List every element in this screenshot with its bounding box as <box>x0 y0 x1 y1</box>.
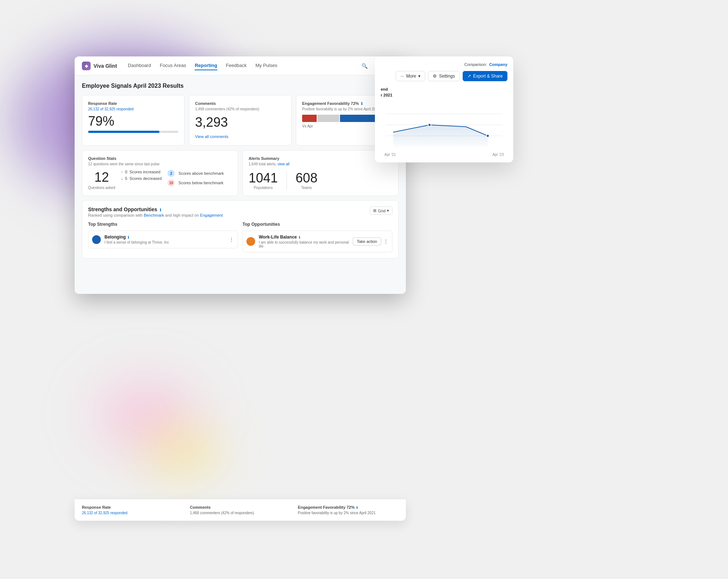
app-logo: Viva Glint <box>82 62 117 70</box>
response-rate-fill <box>88 131 159 133</box>
engagement-info-icon: ℹ <box>361 102 363 106</box>
bottom-comments-sub: 1,468 commenters (42% of responders) <box>190 511 291 515</box>
benchmark-link[interactable]: Benchmark <box>144 213 164 217</box>
belonging-more-button[interactable]: ⋮ <box>229 237 234 243</box>
main-content: Employee Signals April 2023 Results Resp… <box>75 75 406 294</box>
bottom-engagement: Engagement Favorability 72% ℹ Positive f… <box>298 505 399 515</box>
comparison-label: Comparison: <box>464 62 487 67</box>
comments-sublabel: 1,468 commenters (42% of responders) <box>195 107 285 111</box>
search-icon: 🔍 <box>361 63 368 69</box>
nav-reporting[interactable]: Reporting <box>195 61 217 70</box>
engagement-link[interactable]: Engagement <box>200 213 223 217</box>
trend-date: r 2021 <box>381 93 507 97</box>
belonging-desc: I feel a sense of belonging at Thrive, I… <box>104 240 225 244</box>
export-icon: ↗ <box>467 74 471 79</box>
trend-chart <box>381 103 507 147</box>
bottom-engagement-info-icon: ℹ <box>356 506 357 509</box>
logo-text: Viva Glint <box>94 63 117 69</box>
settings-button[interactable]: ⚙ Settings <box>428 71 459 81</box>
more-button[interactable]: ··· More ▾ <box>396 71 425 81</box>
work-life-more-button[interactable]: ⋮ <box>383 239 388 244</box>
bg-blob-pink <box>73 361 218 470</box>
grid-icon: ⊞ <box>373 208 376 213</box>
work-life-info: Work-Life Balance ℹ I am able to success… <box>259 235 349 248</box>
nav-dashboard[interactable]: Dashboard <box>128 61 151 70</box>
scores-decreased-value: 5 <box>125 176 127 181</box>
questions-count: 12 <box>88 170 115 185</box>
comments-count: 3,293 <box>195 115 285 130</box>
belonging-name: Belonging ℹ <box>104 235 225 240</box>
chart-x-labels: Apr '21 Apr '23 <box>381 153 507 157</box>
bottom-response-label: Response Rate <box>82 505 183 509</box>
benchmark-below-label: Scores below benchmark <box>178 181 223 185</box>
bottom-response-sub: 26,132 of 32,925 responded <box>82 511 183 515</box>
grid-view-button[interactable]: ⊞ Grid ▾ <box>370 206 392 215</box>
response-rate-link[interactable]: 26,132 of 32,925 responded <box>88 107 134 111</box>
chart-area <box>381 103 507 147</box>
benchmark-above-label: Scores above benchmark <box>178 171 224 176</box>
nav-feedback[interactable]: Feedback <box>226 61 247 70</box>
bottom-response-rate: Response Rate 26,132 of 32,925 responded <box>82 505 183 515</box>
bottom-card: Response Rate 26,132 of 32,925 responded… <box>75 499 406 521</box>
bottom-engagement-label: Engagement Favorability 72% ℹ <box>298 505 399 509</box>
belonging-actions: ⋮ <box>229 237 234 243</box>
bottom-comments: Comments 1,468 commenters (42% of respon… <box>190 505 291 515</box>
strengths-columns: Top Strengths Belonging ℹ I feel a sense… <box>88 222 392 252</box>
comparison-row: Comparison: Company <box>381 62 507 67</box>
take-action-button[interactable]: Take action <box>353 237 381 245</box>
logo-icon <box>82 62 91 70</box>
engagement-red-bar <box>302 115 317 122</box>
question-stats-card: Question Stats 12 questions were the sam… <box>82 150 238 196</box>
work-life-actions: Take action ⋮ <box>353 237 388 245</box>
trend-label: end <box>381 87 507 91</box>
response-rate-progress <box>88 131 178 133</box>
benchmark-below-badge: 10 <box>167 179 175 186</box>
settings-icon: ⚙ <box>433 74 437 79</box>
populations-value: 1041 <box>249 170 278 186</box>
scores-decreased-label: Scores decreased <box>130 176 162 181</box>
populations-stat: 1041 Populations <box>249 170 278 190</box>
bottom-comments-label: Comments <box>190 505 291 509</box>
belonging-info: Belonging ℹ I feel a sense of belonging … <box>104 235 225 244</box>
response-rate-sublabel: 26,132 of 32,925 responded <box>88 107 178 111</box>
nav-links: Dashboard Focus Areas Reporting Feedback… <box>128 61 359 70</box>
export-share-button[interactable]: ↗ Export & Share <box>463 71 507 81</box>
benchmark-above-row: 2 Scores above benchmark <box>167 170 224 177</box>
chart-label-start: Apr '21 <box>384 153 396 157</box>
strengths-info-icon: ℹ <box>160 208 161 212</box>
engagement-gray-bar <box>317 115 339 122</box>
second-stats-grid: Question Stats 12 questions were the sam… <box>82 150 399 196</box>
work-life-info-icon: ℹ <box>299 236 300 239</box>
chart-label-end: Apr '23 <box>492 153 504 157</box>
bg-blob-yellow <box>127 415 237 488</box>
scores-increased-value: 0 <box>125 170 127 174</box>
view-all-comments-link[interactable]: View all comments <box>195 134 229 139</box>
response-rate-card: Response Rate 26,132 of 32,925 responded… <box>82 95 185 146</box>
questions-count-label: Questions asked <box>88 186 115 190</box>
view-all-alerts-link[interactable]: view all <box>278 162 290 166</box>
populations-label: Populations <box>249 186 278 190</box>
benchmark-details: 2 Scores above benchmark 10 Scores below… <box>167 170 224 186</box>
comments-label: Comments <box>195 101 285 106</box>
top-opportunities-col: Top Opportunities Work-Life Balance ℹ I … <box>242 222 392 252</box>
search-button[interactable]: 🔍 <box>359 61 369 71</box>
nav-focus-areas[interactable]: Focus Areas <box>160 61 186 70</box>
alerts-sublabel: 1,649 total alerts, view all <box>249 162 392 166</box>
work-life-name: Work-Life Balance ℹ <box>259 235 349 240</box>
scores-decreased-row: ↓ 5 Scores decreased <box>121 176 162 181</box>
belonging-item: Belonging ℹ I feel a sense of belonging … <box>88 231 238 248</box>
alerts-inner: 1041 Populations 608 Teams <box>249 170 392 190</box>
engagement-blue-bar <box>340 115 376 122</box>
response-rate-value: 79% <box>88 115 178 128</box>
arrow-up-icon: ↑ <box>121 170 123 174</box>
question-stats-label: Question Stats <box>88 156 232 161</box>
strengths-subtitle: Ranked using comparison with Benchmark a… <box>88 213 223 217</box>
toolbar-row: ··· More ▾ ⚙ Settings ↗ Export & Share <box>381 71 507 81</box>
strengths-section: Strengths and Opportunities ℹ Ranked usi… <box>82 200 399 259</box>
right-panel: Comparison: Company ··· More ▾ ⚙ Setting… <box>375 56 513 162</box>
top-strengths-header: Top Strengths <box>88 222 238 227</box>
comments-card: Comments 1,468 commenters (42% of respon… <box>189 95 292 146</box>
comparison-value[interactable]: Company <box>489 62 507 67</box>
nav-my-pulses[interactable]: My Pulses <box>256 61 277 70</box>
top-opportunities-header: Top Opportunities <box>242 222 392 227</box>
